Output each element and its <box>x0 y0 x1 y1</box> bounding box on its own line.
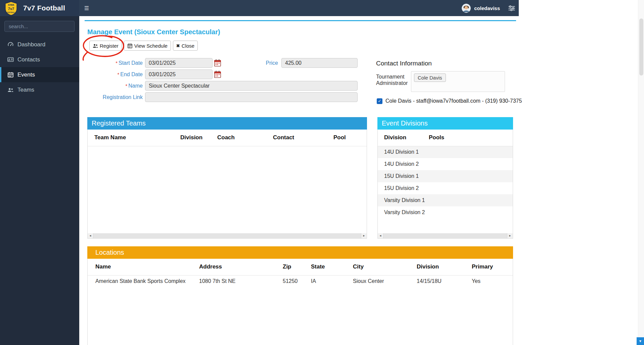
vertical-scrollbar[interactable] <box>638 0 644 345</box>
close-button[interactable]: ✖ Close <box>173 41 198 51</box>
sidebar-item-events[interactable]: Events <box>0 67 79 82</box>
pools-cell <box>429 182 513 194</box>
start-date-input[interactable] <box>145 58 213 68</box>
required-marker: * <box>125 83 127 89</box>
location-primary-cell: Yes <box>472 275 513 287</box>
column-header[interactable]: Team Name <box>88 130 180 146</box>
column-header[interactable]: Division <box>180 130 217 146</box>
location-state-cell: IA <box>311 275 353 287</box>
brand[interactable]: IOWA 7v7 FOOTBALL 7v7 Football <box>0 0 79 16</box>
pools-cell <box>429 170 513 182</box>
column-header[interactable]: Zip <box>283 259 311 275</box>
pools-cell <box>429 206 513 218</box>
event-divisions-panel: Event Divisions Division Pools 14U Divis… <box>377 117 513 239</box>
column-header[interactable]: Name <box>88 259 199 275</box>
toolbar: Register View Schedule ✖ Close <box>89 41 198 51</box>
search-input[interactable] <box>5 23 78 29</box>
division-row[interactable]: 15U Division 1 <box>378 170 513 182</box>
end-date-label: *End Date <box>81 71 143 78</box>
location-row[interactable]: American State Bank Sports Complex 1080 … <box>88 275 513 287</box>
brand-title: 7v7 Football <box>23 4 65 12</box>
view-schedule-button[interactable]: View Schedule <box>124 41 171 51</box>
logo-text-bottom: FOOTBALL <box>7 12 15 13</box>
location-name-cell: American State Bank Sports Complex <box>88 275 199 287</box>
sidebar-item-label: Contacts <box>17 56 40 63</box>
location-address-cell: 1080 7th St NE <box>199 275 283 287</box>
event-divisions-header: Event Divisions <box>377 117 513 130</box>
sidebar-toggle-button[interactable]: ☰ <box>79 0 94 16</box>
schedule-calendar-icon <box>127 43 133 48</box>
tournament-administrator-label: Tournament Administrator <box>376 73 413 86</box>
register-users-icon <box>93 43 98 48</box>
division-cell: 14U Division 1 <box>378 146 429 158</box>
location-zip-cell: 51250 <box>283 275 311 287</box>
scroll-left-icon[interactable]: ◄ <box>378 234 383 237</box>
calendar-icon <box>214 59 221 67</box>
register-label: Register <box>100 43 119 49</box>
price-input[interactable] <box>281 58 358 68</box>
division-cell: Varsity Division 1 <box>378 194 429 206</box>
column-header[interactable]: Division <box>417 259 472 275</box>
top-navbar: IOWA 7v7 FOOTBALL 7v7 Football ☰ coledav… <box>0 0 519 16</box>
column-header[interactable]: Contact <box>273 130 333 146</box>
scrollbar-thumb[interactable] <box>639 18 643 76</box>
sidebar-item-label: Teams <box>17 87 34 93</box>
avatar <box>462 4 471 13</box>
horizontal-scrollbar[interactable]: ◄ ► <box>378 233 513 238</box>
column-header[interactable]: Primary <box>472 259 513 275</box>
column-header[interactable]: Pool <box>333 130 367 146</box>
division-row[interactable]: 15U Division 2 <box>378 182 513 194</box>
column-header[interactable]: Division <box>378 130 429 146</box>
sidebar-item-contacts[interactable]: Contacts <box>0 52 79 67</box>
division-cell: 14U Division 2 <box>378 158 429 170</box>
events-icon <box>7 71 14 78</box>
scrollbar-thumb[interactable] <box>93 233 361 238</box>
column-header[interactable]: Address <box>199 259 283 275</box>
column-header[interactable]: City <box>353 259 417 275</box>
division-row[interactable]: 14U Division 2 <box>378 158 513 170</box>
filter-icon[interactable] <box>508 5 515 11</box>
contact-checkbox-label: Cole Davis - staff@iowa7v7football.com -… <box>385 98 522 104</box>
view-schedule-label: View Schedule <box>134 43 168 49</box>
close-icon: ✖ <box>176 43 180 48</box>
sidebar-item-dashboard[interactable]: Dashboard <box>0 37 79 52</box>
division-cell: Varsity Division 2 <box>378 206 429 218</box>
pools-cell <box>429 146 513 158</box>
scroll-down-button[interactable]: ▼ <box>637 337 644 345</box>
division-cell: 15U Division 1 <box>378 170 429 182</box>
contact-checkbox[interactable]: ✓ <box>377 98 382 104</box>
register-button[interactable]: Register <box>89 41 122 51</box>
column-header[interactable]: Pools <box>429 130 513 146</box>
administrator-box[interactable]: Cole Davis <box>411 71 505 92</box>
scrollbar-thumb[interactable] <box>383 233 507 238</box>
contact-checkbox-row: ✓ Cole Davis - staff@iowa7v7football.com… <box>377 98 522 104</box>
division-row[interactable]: Varsity Division 2 <box>378 206 513 218</box>
column-header[interactable]: Coach <box>217 130 273 146</box>
sidebar: Dashboard Contacts Events <box>0 16 79 345</box>
sidebar-search <box>4 21 75 32</box>
event-name-label: *Name <box>81 83 143 89</box>
sidebar-item-label: Dashboard <box>17 41 45 48</box>
contacts-icon <box>7 56 14 63</box>
scroll-right-icon[interactable]: ► <box>361 234 367 237</box>
registration-link-input[interactable] <box>145 92 358 102</box>
contact-information-title: Contact Information <box>376 60 432 67</box>
division-row[interactable]: 14U Division 1 <box>378 146 513 158</box>
app-window: IOWA 7v7 FOOTBALL 7v7 Football ☰ coledav… <box>0 0 644 345</box>
required-marker: * <box>116 60 118 66</box>
scroll-right-icon[interactable]: ► <box>507 234 513 237</box>
teams-icon <box>7 87 14 93</box>
page-title: Manage Event (Sioux Center Spectacular) <box>87 28 220 36</box>
event-name-input[interactable] <box>145 81 358 91</box>
start-date-calendar-button[interactable] <box>213 58 222 68</box>
end-date-calendar-button[interactable] <box>213 70 222 79</box>
scroll-left-icon[interactable]: ◄ <box>88 234 93 237</box>
close-label: Close <box>182 43 194 49</box>
sidebar-item-teams[interactable]: Teams <box>0 82 79 97</box>
division-row[interactable]: Varsity Division 1 <box>378 194 513 206</box>
column-header[interactable]: State <box>311 259 353 275</box>
end-date-input[interactable] <box>145 69 213 79</box>
username[interactable]: coledaviss <box>474 5 500 11</box>
horizontal-scrollbar[interactable]: ◄ ► <box>88 233 367 238</box>
user-menu[interactable]: coledaviss <box>462 4 519 13</box>
